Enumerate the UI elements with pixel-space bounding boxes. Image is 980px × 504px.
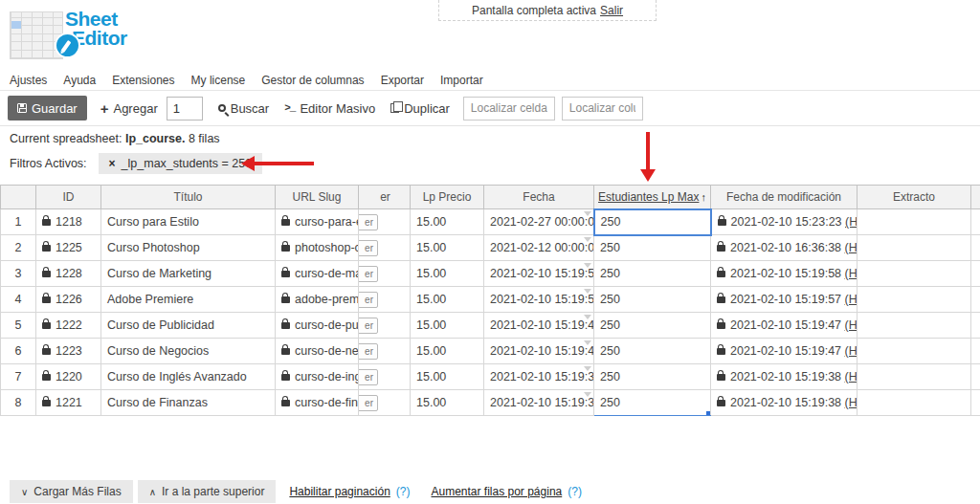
modified-detail-link[interactable]: (Habilit... xyxy=(845,318,858,332)
cell-students-selected[interactable]: 250 xyxy=(594,209,711,235)
save-button[interactable]: Guardar xyxy=(8,96,87,121)
cell-truncated[interactable]: er xyxy=(359,339,411,364)
filter-chip[interactable]: × _lp_max_students = 250 xyxy=(99,153,263,174)
menu-item-my-license[interactable]: My license xyxy=(191,74,246,87)
header-students-sorted[interactable]: Estudiantes Lp Max↑ xyxy=(594,186,711,209)
cell-date[interactable]: 2021-02-10 15:19:38 xyxy=(484,390,594,416)
cell-title[interactable]: Curso Photoshop xyxy=(101,235,276,261)
cell-url-slug[interactable]: curso-para-estil... xyxy=(276,209,359,235)
add-count-input[interactable] xyxy=(167,97,203,121)
cell-title[interactable]: Curso para Estilo xyxy=(101,209,276,235)
truncated-button[interactable]: er xyxy=(359,214,379,230)
cell-price[interactable]: 15.00 xyxy=(411,364,484,390)
cell-extract[interactable] xyxy=(858,313,971,339)
cell-modified[interactable]: 2021-02-10 15:19:47 (Habilit... xyxy=(711,313,858,339)
increase-rows-link[interactable]: Aumentar filas por página xyxy=(431,485,562,498)
truncated-button[interactable]: er xyxy=(359,395,379,411)
cell-url-slug[interactable]: adobe-premier... xyxy=(276,287,359,313)
cell-truncated[interactable]: er xyxy=(359,390,411,416)
truncated-button[interactable]: er xyxy=(359,369,379,385)
row-number[interactable]: 7 xyxy=(1,364,36,390)
cell-date[interactable]: 2021-02-27 00:00:00 xyxy=(484,209,594,235)
cell-id[interactable]: 1221 xyxy=(36,390,101,416)
cell-id[interactable]: 1226 xyxy=(36,287,101,313)
row-number[interactable]: 1 xyxy=(1,209,36,235)
duplicate-button[interactable]: Duplicar xyxy=(390,101,450,116)
go-to-top-button[interactable]: ∧ Ir a la parte superior xyxy=(138,480,277,503)
modified-detail-link[interactable]: (Habilit... xyxy=(845,267,858,280)
cell-url-slug[interactable]: photoshop-cur... xyxy=(276,235,359,261)
row-number[interactable]: 8 xyxy=(1,390,36,416)
cell-url-slug[interactable]: curso-de-publi... xyxy=(276,313,359,339)
cell-students-selected[interactable]: 250 xyxy=(594,313,711,339)
cell-date[interactable]: 2021-02-10 15:19:57 xyxy=(484,287,594,313)
row-number[interactable]: 5 xyxy=(1,313,36,339)
cell-students-selected[interactable]: 250 xyxy=(594,364,711,390)
modified-detail-link[interactable]: (Habilit... xyxy=(845,396,858,409)
remove-filter-icon[interactable]: × xyxy=(109,157,116,170)
cell-title[interactable]: Adobe Premiere xyxy=(101,287,276,313)
cell-url-slug[interactable]: curso-de-nego... xyxy=(276,339,359,364)
add-rows-button[interactable]: + Agregar xyxy=(100,100,158,117)
modified-detail-link[interactable]: (Habilit... xyxy=(845,370,858,383)
menu-item-exportar[interactable]: Exportar xyxy=(381,74,424,87)
modified-detail-link[interactable]: (Habilit... xyxy=(845,241,858,254)
cell-truncated[interactable]: er xyxy=(359,209,411,235)
cell-modified[interactable]: 2021-02-10 15:19:47 (Habilit... xyxy=(711,339,858,364)
bulk-editor-button[interactable]: >_ Editor Masivo xyxy=(284,101,375,116)
modified-detail-link[interactable]: (Habilit... xyxy=(845,293,858,306)
pagination-help-icon[interactable]: (?) xyxy=(396,485,411,498)
cell-truncated[interactable]: er xyxy=(359,235,411,261)
header-url-slug[interactable]: URL Slug xyxy=(276,186,359,209)
cell-modified[interactable]: 2021-02-10 15:23:23 (Habilit... xyxy=(711,209,858,235)
cell-truncated[interactable]: er xyxy=(359,261,411,287)
cell-date[interactable]: 2021-02-10 15:19:47 xyxy=(484,313,594,339)
row-number[interactable]: 2 xyxy=(1,235,36,261)
cell-title[interactable]: Curso de Marketing xyxy=(101,261,276,287)
cell-date[interactable]: 2021-02-10 15:19:47 xyxy=(484,339,594,364)
cell-students-selected[interactable]: 250 xyxy=(594,339,711,364)
menu-item-importar[interactable]: Importar xyxy=(440,74,483,87)
cell-extract[interactable] xyxy=(858,235,971,261)
cell-url-slug[interactable]: curso-de-ingles... xyxy=(276,364,359,390)
truncated-button[interactable]: er xyxy=(359,266,379,282)
cell-title[interactable]: Curso de Negocios xyxy=(101,339,276,364)
cell-price[interactable]: 15.00 xyxy=(411,209,484,235)
cell-truncated[interactable]: er xyxy=(359,313,411,339)
locate-cell-input[interactable] xyxy=(463,97,555,121)
cell-students-selected[interactable]: 250 xyxy=(594,390,711,416)
modified-detail-link[interactable]: (Habilit... xyxy=(845,344,858,358)
cell-id[interactable]: 1223 xyxy=(36,339,101,364)
cell-extract[interactable] xyxy=(858,339,971,364)
cell-id[interactable]: 1220 xyxy=(36,364,101,390)
row-number[interactable]: 6 xyxy=(1,339,36,364)
cell-modified[interactable]: 2021-02-10 15:19:38 (Habilit... xyxy=(711,390,858,416)
truncated-button[interactable]: er xyxy=(359,318,379,334)
cell-extract[interactable] xyxy=(858,364,971,390)
menu-item-extensiones[interactable]: Extensiones xyxy=(112,74,174,87)
cell-truncated[interactable]: er xyxy=(359,287,411,313)
menu-item-ayuda[interactable]: Ayuda xyxy=(63,74,96,87)
cell-modified[interactable]: 2021-02-10 15:19:57 (Habilit... xyxy=(711,287,858,313)
cell-price[interactable]: 15.00 xyxy=(411,261,484,287)
cell-id[interactable]: 1222 xyxy=(36,313,101,339)
header-truncated-column[interactable]: er xyxy=(359,186,411,209)
cell-title[interactable]: Curso de Publicidad xyxy=(101,313,276,339)
cell-price[interactable]: 15.00 xyxy=(411,390,484,416)
exit-fullscreen-link[interactable]: Salir xyxy=(600,4,623,17)
cell-title[interactable]: Curso de Inglés Avanzado xyxy=(101,364,276,390)
rows-help-icon[interactable]: (?) xyxy=(568,485,582,498)
cell-students-selected[interactable]: 250 xyxy=(594,235,711,261)
truncated-button[interactable]: er xyxy=(359,292,379,308)
header-title[interactable]: Título xyxy=(101,186,276,209)
menu-item-gestor-de-columnas[interactable]: Gestor de columnas xyxy=(261,74,364,87)
cell-id[interactable]: 1228 xyxy=(36,261,101,287)
cell-students-selected[interactable]: 250 xyxy=(594,261,711,287)
cell-truncated[interactable]: er xyxy=(359,364,411,390)
cell-modified[interactable]: 2021-02-10 16:36:38 (Habilit... xyxy=(711,235,858,261)
cell-id[interactable]: 1225 xyxy=(36,235,101,261)
locate-column-input[interactable] xyxy=(562,97,643,121)
truncated-button[interactable]: er xyxy=(359,343,379,360)
header-date[interactable]: Fecha xyxy=(484,186,594,209)
row-number[interactable]: 4 xyxy=(1,287,36,313)
